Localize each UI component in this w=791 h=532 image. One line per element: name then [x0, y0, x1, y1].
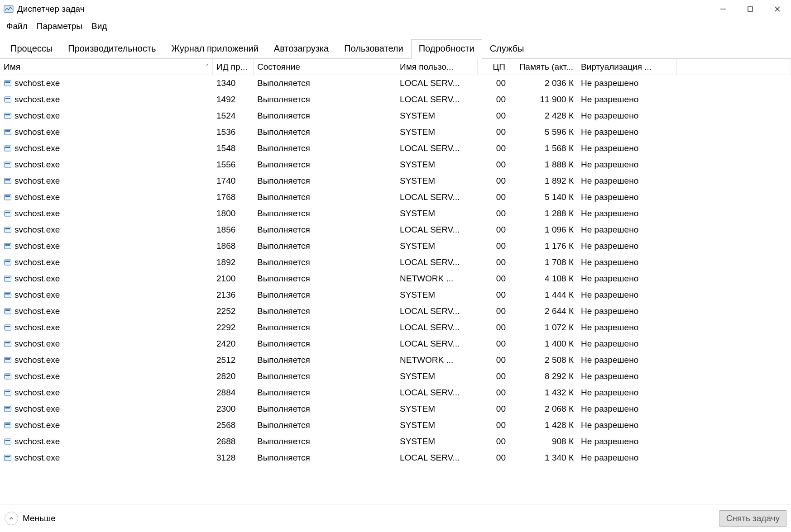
column-spacer — [677, 59, 791, 75]
column-pid[interactable]: ИД пр... — [213, 59, 254, 75]
table-row[interactable]: svchost.exe1556ВыполняетсяSYSTEM001 888 … — [0, 157, 791, 173]
process-virtualization: Не разрешено — [577, 453, 677, 463]
details-panel: Имя ˄ ИД пр... Состояние Имя пользо... Ц… — [0, 59, 791, 504]
end-task-button[interactable]: Снять задачу — [719, 510, 786, 527]
table-row[interactable]: svchost.exe2688ВыполняетсяSYSTEM00908 КН… — [0, 433, 791, 450]
minimize-button[interactable] — [710, 0, 737, 18]
column-memory[interactable]: Память (акт... — [509, 59, 577, 75]
table-row[interactable]: svchost.exe1800ВыполняетсяSYSTEM001 288 … — [0, 205, 791, 222]
tab-details[interactable]: Подробности — [411, 39, 482, 59]
tab-services[interactable]: Службы — [482, 39, 532, 59]
process-memory: 1 288 К — [509, 209, 577, 218]
table-row[interactable]: svchost.exe1740ВыполняетсяSYSTEM001 892 … — [0, 173, 791, 189]
process-virtualization: Не разрешено — [577, 404, 677, 414]
process-memory: 1 096 К — [509, 225, 577, 235]
column-username[interactable]: Имя пользо... — [396, 59, 478, 75]
svg-rect-40 — [5, 358, 10, 360]
table-row[interactable]: svchost.exe1856ВыполняетсяLOCAL SERV...0… — [0, 222, 791, 238]
process-icon — [4, 177, 12, 185]
fewer-details-button[interactable]: Меньше — [5, 512, 56, 525]
table-row[interactable]: svchost.exe2884ВыполняетсяLOCAL SERV...0… — [0, 385, 791, 401]
svg-rect-44 — [5, 391, 10, 392]
table-row[interactable]: svchost.exe2292ВыполняетсяLOCAL SERV...0… — [0, 319, 791, 336]
table-row[interactable]: svchost.exe1892ВыполняетсяLOCAL SERV...0… — [0, 254, 791, 271]
menu-view[interactable]: Вид — [87, 19, 111, 33]
column-virtualization[interactable]: Виртуализация ... — [577, 59, 677, 75]
table-row[interactable]: svchost.exe2820ВыполняетсяSYSTEM008 292 … — [0, 368, 791, 385]
process-user: SYSTEM — [396, 127, 478, 137]
process-pid: 2100 — [213, 274, 254, 284]
process-virtualization: Не разрешено — [577, 257, 677, 267]
svg-rect-7 — [5, 97, 11, 102]
process-cpu: 00 — [478, 225, 509, 235]
column-status[interactable]: Состояние — [254, 59, 396, 75]
process-memory: 1 176 К — [509, 241, 577, 251]
process-user: LOCAL SERV... — [396, 306, 478, 316]
svg-rect-31 — [5, 292, 11, 298]
process-cpu: 00 — [478, 437, 509, 446]
table-row[interactable]: svchost.exe2512ВыполняетсяNETWORK ...002… — [0, 352, 791, 368]
process-status: Выполняется — [254, 404, 396, 414]
process-cpu: 00 — [478, 404, 509, 414]
process-status: Выполняется — [254, 209, 396, 218]
process-cpu: 00 — [478, 143, 509, 153]
process-cpu: 00 — [478, 339, 509, 349]
process-user: SYSTEM — [396, 209, 478, 218]
table-row[interactable]: svchost.exe2100ВыполняетсяNETWORK ...004… — [0, 271, 791, 287]
table-row[interactable]: svchost.exe1868ВыполняетсяSYSTEM001 176 … — [0, 238, 791, 254]
close-button[interactable] — [764, 0, 791, 18]
svg-rect-8 — [5, 98, 10, 99]
process-virtualization: Не разрешено — [577, 306, 677, 316]
menu-file[interactable]: Файл — [2, 19, 32, 33]
process-icon — [4, 144, 12, 152]
maximize-button[interactable] — [737, 0, 764, 18]
process-user: LOCAL SERV... — [396, 225, 478, 235]
process-status: Выполняется — [254, 290, 396, 300]
process-name: svchost.exe — [14, 388, 60, 398]
process-memory: 1 400 К — [509, 339, 577, 349]
table-row[interactable]: svchost.exe2300ВыполняетсяSYSTEM002 068 … — [0, 401, 791, 417]
table-body[interactable]: svchost.exe1340ВыполняетсяLOCAL SERV...0… — [0, 75, 791, 504]
tab-processes[interactable]: Процессы — [3, 39, 60, 59]
svg-rect-37 — [5, 341, 11, 347]
table-row[interactable]: svchost.exe1524ВыполняетсяSYSTEM002 428 … — [0, 108, 791, 124]
table-row[interactable]: svchost.exe1548ВыполняетсяLOCAL SERV...0… — [0, 140, 791, 157]
table-row[interactable]: svchost.exe2252ВыполняетсяLOCAL SERV...0… — [0, 303, 791, 319]
titlebar: Диспетчер задач — [0, 0, 791, 18]
table-row[interactable]: svchost.exe2568ВыполняетсяSYSTEM001 428 … — [0, 417, 791, 433]
process-pid: 2420 — [213, 339, 254, 349]
column-cpu[interactable]: ЦП — [478, 59, 509, 75]
svg-rect-22 — [5, 212, 10, 213]
table-row[interactable]: svchost.exe3128ВыполняетсяLOCAL SERV...0… — [0, 450, 791, 466]
svg-rect-2 — [748, 7, 753, 11]
tab-users[interactable]: Пользователи — [336, 39, 411, 59]
process-icon — [4, 209, 12, 218]
column-name[interactable]: Имя ˄ — [0, 59, 213, 75]
process-status: Выполняется — [254, 241, 396, 251]
column-name-label: Имя — [4, 62, 20, 72]
tab-app-history[interactable]: Журнал приложений — [163, 39, 266, 59]
process-pid: 3128 — [213, 453, 254, 463]
process-user: LOCAL SERV... — [396, 323, 478, 332]
process-status: Выполняется — [254, 323, 396, 332]
process-name: svchost.exe — [14, 160, 60, 170]
process-memory: 908 К — [509, 437, 577, 446]
process-name: svchost.exe — [14, 453, 60, 463]
table-row[interactable]: svchost.exe1340ВыполняетсяLOCAL SERV...0… — [0, 75, 791, 91]
tab-performance[interactable]: Производительность — [60, 39, 163, 59]
process-icon — [4, 372, 12, 380]
tab-startup[interactable]: Автозагрузка — [266, 39, 336, 59]
process-virtualization: Не разрешено — [577, 95, 677, 104]
table-row[interactable]: svchost.exe1492ВыполняетсяLOCAL SERV...0… — [0, 91, 791, 108]
table-row[interactable]: svchost.exe2136ВыполняетсяSYSTEM001 444 … — [0, 287, 791, 303]
window-title: Диспетчер задач — [17, 4, 85, 14]
process-icon — [4, 112, 12, 120]
process-status: Выполняется — [254, 388, 396, 398]
menu-options[interactable]: Параметры — [32, 19, 87, 33]
table-row[interactable]: svchost.exe2420ВыполняетсяLOCAL SERV...0… — [0, 336, 791, 352]
process-user: LOCAL SERV... — [396, 78, 478, 88]
table-row[interactable]: svchost.exe1536ВыполняетсяSYSTEM005 596 … — [0, 124, 791, 140]
table-row[interactable]: svchost.exe1768ВыполняетсяLOCAL SERV...0… — [0, 189, 791, 205]
process-name: svchost.exe — [14, 241, 60, 251]
process-cpu: 00 — [478, 127, 509, 137]
